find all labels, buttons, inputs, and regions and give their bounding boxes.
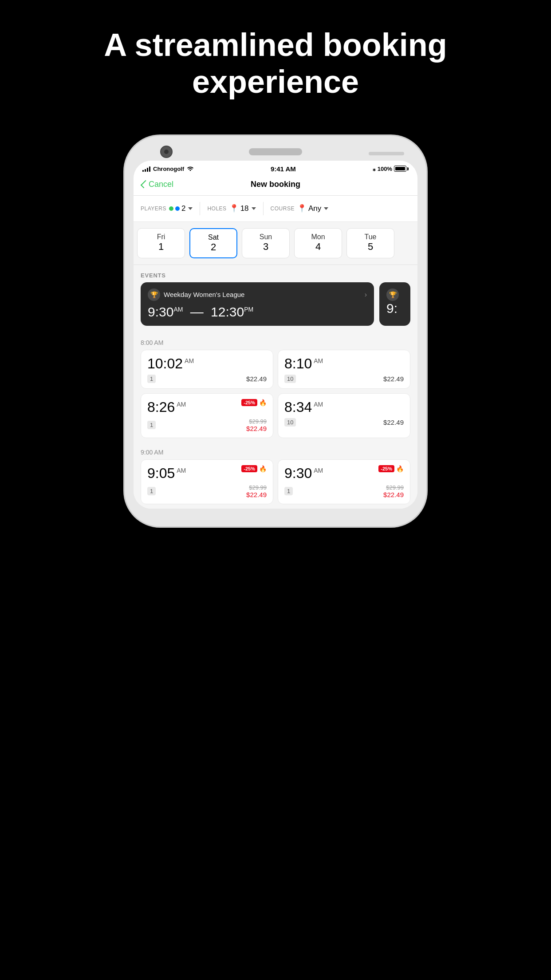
date-num-3: 4 [315, 241, 321, 253]
phone-shell: Chronogolf 9:41 AM ⁎ 100% [125, 136, 426, 526]
players-dropdown-icon [188, 207, 193, 210]
slot-card-0[interactable]: 10:02AM 1 $22.49 [141, 350, 273, 389]
slot-card-4[interactable]: 9:05AM -25% 🔥 1 $29.99 [141, 459, 273, 504]
sale-price-0: $22.49 [246, 425, 267, 432]
slot-time-3: 8:34AM [284, 399, 404, 415]
slot-footer-3: 10 $22.49 [284, 418, 404, 427]
holes-dropdown-icon [252, 207, 256, 210]
date-tue[interactable]: Tue 5 [346, 228, 394, 258]
bar4 [149, 166, 150, 172]
date-picker: Fri 1 Sat 2 Sun 3 Mon 4 Tue 5 [134, 222, 417, 265]
bar3 [147, 168, 148, 172]
slot-card-3[interactable]: 8:34AM 10 $22.49 [278, 393, 410, 438]
date-day-1: Sat [208, 233, 219, 241]
battery-fill [395, 167, 405, 170]
battery-body [394, 166, 406, 172]
page-wrapper: A streamlined bookingexperience Chronogo… [0, 0, 551, 980]
events-section: EVENTS 🏆 Weekday Women's League › 9:30AM [134, 265, 417, 333]
slot-spots-3: 10 [284, 418, 296, 427]
date-day-4: Tue [365, 233, 377, 241]
divider2 [263, 202, 264, 215]
event-card-0[interactable]: 🏆 Weekday Women's League › 9:30AM — 12:3… [141, 282, 374, 326]
slot-spots-1: 10 [284, 375, 296, 383]
event-time-0: 9:30AM — 12:30PM [148, 304, 367, 320]
event-end-ampm: PM [244, 306, 253, 313]
event-top-0: 🏆 Weekday Women's League › [148, 288, 367, 301]
cancel-button[interactable]: Cancel [142, 180, 173, 189]
events-container: 🏆 Weekday Women's League › 9:30AM — 12:3… [134, 282, 417, 333]
phone-screen: Chronogolf 9:41 AM ⁎ 100% [134, 161, 417, 509]
slot-price-col-0: $29.99 $22.49 [246, 418, 267, 432]
original-price-0: $29.99 [249, 418, 267, 425]
dot-blue [175, 206, 180, 211]
slots-grid-9am: 9:05AM -25% 🔥 1 $29.99 [134, 459, 417, 509]
events-label: EVENTS [134, 265, 417, 282]
pin-icon: 📍 [229, 204, 239, 213]
slot-spots-4: 1 [147, 487, 156, 495]
discount-badge-4: -25% [241, 465, 257, 472]
cancel-label: Cancel [149, 180, 173, 189]
course-dropdown-icon [324, 207, 328, 210]
holes-filter[interactable]: HOLES 📍 18 [207, 204, 256, 213]
date-day-0: Fri [157, 233, 165, 241]
course-value: 📍 Any [297, 204, 328, 213]
status-right: ⁎ 100% [373, 166, 409, 172]
status-bar: Chronogolf 9:41 AM ⁎ 100% [134, 161, 417, 175]
players-label: PLAYERS [141, 205, 166, 212]
original-price-5: $29.99 [386, 484, 404, 491]
event-start-ampm: AM [173, 306, 183, 313]
slot-card-1[interactable]: 8:10AM 10 $22.49 [278, 350, 410, 389]
carrier-name: Chronogolf [153, 166, 184, 172]
nine-am-slots: 9:00 AM 9:05AM -25% 🔥 [134, 443, 417, 509]
camera [160, 146, 173, 158]
date-sat[interactable]: Sat 2 [189, 228, 237, 258]
signal-bars [142, 166, 150, 172]
holes-value: 📍 18 [229, 204, 256, 213]
original-price-4: $29.99 [249, 484, 267, 491]
date-num-1: 2 [211, 241, 216, 253]
event-card-1[interactable]: 🏆 9: [379, 282, 410, 326]
hot-icon-0: 🔥 [259, 399, 267, 406]
phone-top [134, 148, 417, 155]
slot-spots-2: 1 [147, 421, 156, 429]
slot-footer-1: 10 $22.49 [284, 375, 404, 383]
divider1 [200, 202, 200, 215]
slot-card-2[interactable]: 8:26AM -25% 🔥 1 $29.99 [141, 393, 273, 438]
slot-price-1: $22.49 [383, 375, 404, 383]
event-partial-time: 9: [386, 301, 398, 316]
sale-badges-5: -25% 🔥 [378, 465, 404, 472]
battery [394, 166, 409, 172]
date-fri[interactable]: Fri 1 [137, 228, 185, 258]
dot-green [169, 206, 173, 211]
course-filter[interactable]: COURSE 📍 Any [271, 204, 329, 213]
hot-icon-5: 🔥 [396, 465, 404, 472]
page-title: New booking [251, 180, 300, 189]
slot-time-0: 10:02AM [147, 356, 267, 372]
event-name-0: Weekday Women's League [164, 291, 244, 298]
slot-price-col-5: $29.99 $22.49 [383, 484, 404, 498]
headline: A streamlined bookingexperience [68, 27, 482, 100]
sale-badges-4: -25% 🔥 [241, 465, 267, 472]
button-bar [369, 152, 404, 155]
trophy-icon-2: 🏆 [386, 288, 399, 301]
date-day-2: Sun [260, 233, 272, 241]
event-time-partial: 9: [386, 301, 403, 316]
date-day-3: Mon [311, 233, 325, 241]
slot-footer-4: 1 $29.99 $22.49 [147, 484, 267, 498]
slot-spots-5: 1 [284, 487, 293, 495]
nav-bar: Cancel New booking [134, 175, 417, 196]
time-header-8am: 8:00 AM [134, 333, 417, 350]
event-title-partial: 🏆 [386, 288, 403, 301]
slot-footer-5: 1 $29.99 $22.49 [284, 484, 404, 498]
players-filter[interactable]: PLAYERS 2 [141, 204, 193, 213]
status-left: Chronogolf [142, 166, 194, 172]
event-end: 12:30 [211, 304, 244, 319]
bar1 [142, 170, 144, 172]
date-sun[interactable]: Sun 3 [242, 228, 290, 258]
date-num-2: 3 [263, 241, 268, 253]
morning-slots: 8:00 AM 10:02AM 1 $22.49 [134, 333, 417, 443]
course-label: COURSE [271, 205, 295, 212]
date-mon[interactable]: Mon 4 [294, 228, 342, 258]
slot-card-5[interactable]: 9:30AM -25% 🔥 1 $29.99 [278, 459, 410, 504]
slot-time-1: 8:10AM [284, 356, 404, 372]
